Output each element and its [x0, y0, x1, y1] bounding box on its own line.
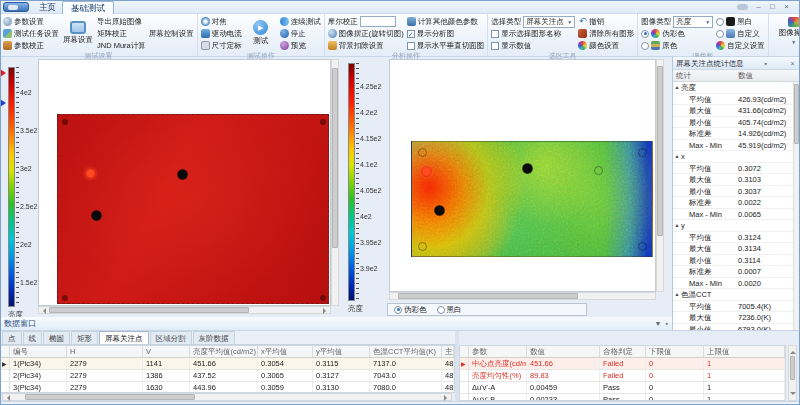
stats-row[interactable]: 最小值6793.0(K): [673, 324, 794, 331]
focus-point-black[interactable]: [522, 163, 533, 174]
left-h-scrollbar[interactable]: [38, 306, 331, 314]
preview-button[interactable]: 预览: [280, 40, 321, 51]
stats-row[interactable]: 最小值0.3114: [673, 255, 794, 267]
scroll-thumb[interactable]: [25, 394, 195, 400]
close-panel-icon[interactable]: ×: [788, 57, 797, 69]
moire-correction-item[interactable]: 摩尔校正: [328, 16, 404, 27]
stats-group-luminance[interactable]: ▲亮度: [673, 82, 794, 94]
close-button[interactable]: ×: [780, 1, 793, 12]
table-row[interactable]: 3(Pic34)22791630443.960.30590.31307080.0…: [1, 382, 454, 393]
show-analysis-checkbox[interactable]: ✓显示分析图: [407, 28, 485, 39]
left-v-scrollbar[interactable]: [331, 59, 339, 306]
tab-rectangle[interactable]: 矩形: [71, 331, 98, 344]
custom-settings-button[interactable]: 自定义设置: [716, 40, 765, 51]
test-button[interactable]: ▶ 测试: [245, 15, 277, 51]
stats-row[interactable]: 标准差14.926(cd/m2): [673, 128, 794, 140]
calc-color-params-button[interactable]: 计算其他颜色参数: [407, 16, 485, 27]
tab-region-split[interactable]: 区域分割: [150, 331, 192, 344]
continuous-test-button[interactable]: 连续测试: [280, 16, 321, 27]
focus-point-black[interactable]: [434, 205, 445, 216]
export-raw-button[interactable]: 导出原始图像: [97, 16, 146, 27]
param-calibration-button[interactable]: 参数校正: [3, 40, 59, 51]
table-row[interactable]: 亮度均匀性(%)89.83Failed01: [460, 370, 785, 382]
stats-scrollbar[interactable]: [793, 82, 800, 330]
left-canvas[interactable]: [38, 59, 331, 306]
tab-ellipse[interactable]: 椭圆: [43, 331, 70, 344]
drive-current-button[interactable]: 驱动电流: [201, 28, 242, 39]
screen-control-settings-button[interactable]: 屏幕控制设置: [149, 28, 194, 39]
stats-row[interactable]: 平均值426.93(cd/m2): [673, 94, 794, 106]
show-values-checkbox[interactable]: 显示数值: [491, 40, 575, 51]
scroll-down-icon[interactable]: [790, 392, 796, 398]
pin-icon[interactable]: ▪: [666, 320, 668, 327]
expander-icon[interactable]: ▲: [673, 151, 681, 162]
image-align-button[interactable]: 图像摆正(旋转切图): [328, 28, 404, 39]
focus-point-red[interactable]: [421, 166, 432, 177]
focus-button[interactable]: 对焦: [201, 16, 242, 27]
stats-row[interactable]: 最大值0.3134: [673, 243, 794, 255]
pseudo-color-radio[interactable]: 伪彩色: [641, 28, 713, 39]
right-heatmap[interactable]: [411, 141, 653, 257]
test-task-settings-button[interactable]: 测试任务设置: [3, 28, 59, 39]
focus-point-black[interactable]: [91, 210, 102, 221]
focus-point-black[interactable]: [177, 169, 188, 180]
table-row[interactable]: Δu'v'-B0.00233Pass01: [460, 394, 785, 401]
stats-row[interactable]: Max - Min45.919(cd/m2): [673, 140, 794, 152]
undo-button[interactable]: ↶撤销: [578, 16, 634, 27]
stats-row[interactable]: 平均值0.3072: [673, 163, 794, 175]
table-row[interactable]: ▶ 中心点亮度(cd/m2)451.66Failed01: [460, 358, 785, 370]
scroll-thumb[interactable]: [49, 307, 249, 313]
focus-point-red[interactable]: [85, 168, 96, 179]
minimize-button[interactable]: –: [752, 1, 765, 12]
tab-home[interactable]: 主页: [31, 1, 64, 14]
restore-button[interactable]: □: [766, 1, 779, 12]
stats-row[interactable]: 最小值405.74(cd/m2): [673, 117, 794, 129]
bw-view-radio[interactable]: 黑白: [437, 304, 462, 315]
expander-icon[interactable]: ▲: [673, 289, 681, 300]
expander-icon[interactable]: ▲: [673, 82, 681, 93]
scroll-up-icon[interactable]: [790, 348, 796, 354]
table-row[interactable]: ▶ 1(Pic34)22791141451.660.30540.31157137…: [1, 358, 454, 370]
pseudo-color-view-radio[interactable]: 伪彩色: [394, 304, 427, 315]
stats-row[interactable]: 标准差0.0022: [673, 197, 794, 209]
scroll-left-icon[interactable]: [40, 308, 46, 314]
right-v-scrollbar[interactable]: [656, 59, 664, 292]
tab-screen-focus-points[interactable]: 屏幕关注点: [99, 331, 149, 344]
jnd-mura-button[interactable]: JND Mura计算: [97, 40, 146, 51]
app-menu-button[interactable]: [3, 2, 29, 12]
tab-basic-test[interactable]: 基础测试: [62, 1, 114, 14]
tab-point[interactable]: 点: [2, 331, 22, 344]
right-canvas[interactable]: [389, 59, 656, 292]
matrix-calibration-button[interactable]: 矩阵校正: [97, 28, 146, 39]
custom-radio[interactable]: 自定义: [716, 28, 765, 39]
left-heatmap[interactable]: [57, 114, 329, 304]
stats-group-y[interactable]: ▲y: [673, 220, 794, 232]
selection-type-dropdown[interactable]: 屏幕关注点▼: [523, 16, 575, 28]
stats-group-x[interactable]: ▲x: [673, 151, 794, 163]
tab-line[interactable]: 线: [23, 331, 43, 344]
right-table-scrollbar[interactable]: [788, 345, 797, 401]
stats-row[interactable]: 平均值7005.4(K): [673, 301, 794, 313]
scroll-thumb[interactable]: [398, 293, 578, 299]
scroll-thumb[interactable]: [332, 68, 338, 248]
table-row[interactable]: Δu'v'-A0.00459Pass01: [460, 382, 785, 394]
background-subtract-button[interactable]: 背景扣除设置: [328, 40, 404, 51]
color-settings-button[interactable]: 颜色设置: [578, 40, 634, 51]
pin-icon[interactable]: ▪: [761, 57, 770, 69]
moire-input[interactable]: [360, 16, 396, 27]
screen-settings-button[interactable]: 屏幕设置: [62, 15, 94, 51]
stop-button[interactable]: 停止: [280, 28, 321, 39]
show-section-checkbox[interactable]: 显示水平垂直切面图: [407, 40, 485, 51]
table-h-scrollbar[interactable]: [2, 393, 452, 401]
stats-row[interactable]: 标准差0.0007: [673, 266, 794, 278]
tab-gray-data[interactable]: 灰阶数据: [193, 331, 235, 344]
right-h-scrollbar[interactable]: [389, 292, 656, 300]
scroll-thumb[interactable]: [790, 356, 795, 380]
param-settings-button[interactable]: 参数设置: [3, 16, 59, 27]
stats-row[interactable]: Max - Min0.0065: [673, 209, 794, 221]
stats-row[interactable]: 最大值0.3103: [673, 174, 794, 186]
stats-row[interactable]: Max - Min0.0020: [673, 278, 794, 290]
image-operations-button[interactable]: 图像操作 ▼: [772, 15, 800, 47]
stats-row[interactable]: 最大值7236.0(K): [673, 312, 794, 324]
table-row[interactable]: 2(Pic34)22791386437.520.30650.31277043.0…: [1, 370, 454, 382]
